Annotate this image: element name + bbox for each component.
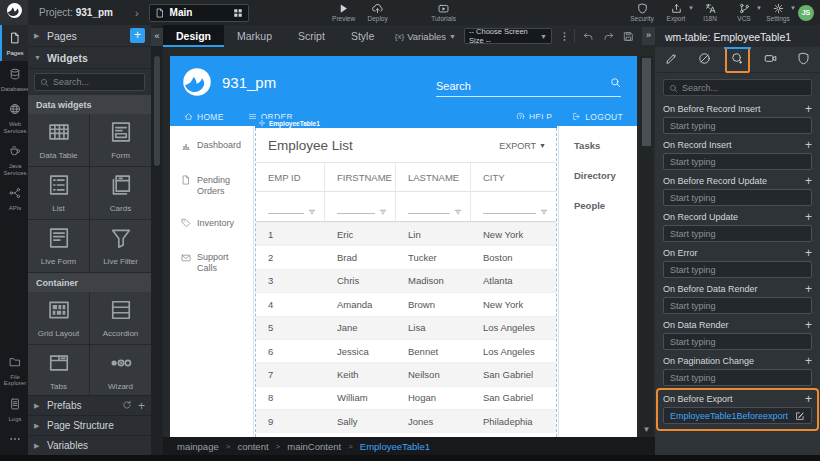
save-button[interactable] xyxy=(618,27,638,45)
widget-tile-grid-layout[interactable]: Grid Layout xyxy=(28,292,89,344)
panel-tab-device[interactable] xyxy=(754,47,787,72)
event-binding-input[interactable]: EmployeeTable1Beforeexport xyxy=(663,407,812,424)
table-row[interactable]: 2BradTuckerBoston xyxy=(256,245,556,268)
export-button[interactable]: EXPORT ▼ xyxy=(499,141,546,151)
topbar-deploy-button[interactable]: Deploy xyxy=(361,0,395,25)
event-binding-input[interactable] xyxy=(663,153,812,170)
app-right-menu-people[interactable]: People xyxy=(574,200,637,211)
widgets-section-header[interactable]: ▼ Widgets xyxy=(28,47,151,69)
event-binding-field[interactable] xyxy=(670,301,805,311)
events-search-input[interactable] xyxy=(682,83,806,93)
table-row[interactable]: 1EricLinNew York xyxy=(256,222,556,245)
edit-script-icon[interactable] xyxy=(795,411,805,421)
event-binding-input[interactable] xyxy=(663,225,812,242)
event-binding-field[interactable] xyxy=(670,229,805,239)
scroll-down-icon[interactable]: ▼ xyxy=(640,425,653,434)
canvas-scrollbar[interactable]: ▼ xyxy=(640,56,653,437)
widget-tile-cards[interactable]: Cards xyxy=(90,167,151,219)
table-row[interactable]: 7KeithNeilsonSan Gabriel xyxy=(256,362,556,385)
plus-icon[interactable]: + xyxy=(805,140,812,150)
topbar-settings-button[interactable]: Settings ▼ xyxy=(761,0,795,25)
column-header-emp-id[interactable]: EMP ID xyxy=(256,163,325,191)
filter-input-underline[interactable] xyxy=(483,213,536,214)
plus-icon[interactable]: + xyxy=(805,284,812,294)
plus-icon[interactable]: + xyxy=(805,320,812,330)
widget-tile-list[interactable]: List xyxy=(28,167,89,219)
event-binding-value[interactable]: EmployeeTable1Beforeexport xyxy=(670,411,795,421)
panel-tab-events-gear[interactable] xyxy=(721,47,754,72)
event-binding-input[interactable] xyxy=(663,369,812,386)
table-row[interactable]: 9SallyJonesPhiladephia xyxy=(256,409,556,432)
rail-item-databases[interactable]: Databases xyxy=(0,61,28,97)
redo-button[interactable] xyxy=(598,27,618,45)
sidebar-scroll-thumb[interactable] xyxy=(154,56,160,166)
event-binding-field[interactable] xyxy=(670,157,805,167)
page-selector[interactable]: Main xyxy=(149,4,249,22)
column-header-city[interactable]: CITY xyxy=(471,163,556,191)
widget-tile-accordion[interactable]: Accordion xyxy=(90,292,151,344)
panel-tab-pencil[interactable] xyxy=(655,47,688,72)
screen-size-select[interactable]: -- Choose Screen Size -- ▼ xyxy=(464,28,552,44)
plus-icon[interactable]: + xyxy=(805,176,812,186)
undo-button[interactable] xyxy=(578,27,598,45)
event-binding-field[interactable] xyxy=(670,193,805,203)
tab-markup[interactable]: Markup xyxy=(224,25,285,47)
canvas-scroll-thumb[interactable] xyxy=(642,58,651,146)
pages-section-header[interactable]: ▶ Pages + xyxy=(28,25,151,47)
event-binding-input[interactable] xyxy=(663,189,812,206)
widget-selection-tag[interactable]: EmployeeTable1 xyxy=(255,119,557,128)
topbar-tutorials-button[interactable]: Tutorials xyxy=(427,0,461,25)
avatar[interactable]: JS xyxy=(798,5,814,21)
events-search[interactable] xyxy=(663,79,812,96)
rail-item-logs[interactable]: Logs xyxy=(0,391,28,427)
event-binding-input[interactable] xyxy=(663,261,812,278)
add-page-button[interactable]: + xyxy=(130,28,145,43)
table-row[interactable]: 4AmandaBrownNew York xyxy=(256,292,556,315)
rail-item-file-explorer[interactable]: File Explorer xyxy=(0,349,28,391)
expand-right-panel-button[interactable]: » xyxy=(642,27,655,45)
widget-search[interactable] xyxy=(34,73,145,91)
rail-item-pages[interactable]: Pages xyxy=(0,25,28,61)
plus-icon[interactable]: + xyxy=(805,356,812,366)
breadcrumb-content[interactable]: content xyxy=(237,441,268,452)
event-binding-input[interactable] xyxy=(663,117,812,134)
rail-item-more[interactable] xyxy=(0,426,28,455)
plus-icon[interactable]: + xyxy=(138,399,145,413)
tab-style[interactable]: Style xyxy=(338,25,387,47)
rail-item-apis[interactable]: APIs xyxy=(0,180,28,216)
app-nav-home[interactable]: HOME xyxy=(184,112,224,123)
data-table-widget[interactable]: Employee List EXPORT ▼ EMP ID FIRSTNAME … xyxy=(255,128,557,437)
topbar-preview-button[interactable]: Preview xyxy=(327,0,361,25)
selected-widget[interactable]: EmployeeTable1 Employee List EXPORT ▼ EM… xyxy=(255,119,557,437)
widget-tile-tabs[interactable]: Tabs xyxy=(28,345,89,395)
breadcrumb-mainpage[interactable]: mainpage xyxy=(177,441,219,452)
tab-script[interactable]: Script xyxy=(285,25,338,47)
table-row[interactable]: 3ChrisMadisonAtlanta xyxy=(256,269,556,292)
sidebar-section-variables[interactable]: ▶ Variables xyxy=(28,435,151,455)
plus-icon[interactable]: + xyxy=(805,212,812,222)
event-binding-input[interactable] xyxy=(663,333,812,350)
widget-tile-live-form[interactable]: Live Form xyxy=(28,220,89,272)
column-filter-city[interactable] xyxy=(471,192,556,221)
filter-input-underline[interactable] xyxy=(408,213,450,214)
plus-icon[interactable]: + xyxy=(805,104,812,114)
widget-tile-data-table[interactable]: Data Table xyxy=(28,114,89,166)
column-filter-firstname[interactable] xyxy=(325,192,396,221)
filter-input-underline[interactable] xyxy=(337,213,375,214)
breadcrumb-maincontent[interactable]: mainContent xyxy=(287,441,341,452)
app-nav-logout[interactable]: LOGOUT xyxy=(572,112,623,123)
app-menu-pending-orders[interactable]: Pending Orders xyxy=(181,175,249,197)
table-row[interactable]: 8WilliamHoganSan Gabriel xyxy=(256,386,556,409)
panel-tab-styles[interactable] xyxy=(688,47,721,72)
kebab-button[interactable] xyxy=(557,27,571,45)
breadcrumb-employeetable1[interactable]: EmployeeTable1 xyxy=(360,441,430,452)
grid-icon[interactable] xyxy=(233,4,243,22)
widget-tile-wizard[interactable]: Wizard xyxy=(90,345,151,395)
variables-button[interactable]: {x} Variables ▼ xyxy=(395,31,456,42)
widget-tile-form[interactable]: Form xyxy=(90,114,151,166)
app-search-field[interactable]: Search xyxy=(436,67,621,97)
panel-tab-shield-outline[interactable] xyxy=(787,47,820,72)
collapse-sidebar-button[interactable]: « xyxy=(151,28,163,46)
topbar-vcs-button[interactable]: VCS ▼ xyxy=(727,0,761,25)
widget-tile-live-filter[interactable]: Live Filter xyxy=(90,220,151,272)
